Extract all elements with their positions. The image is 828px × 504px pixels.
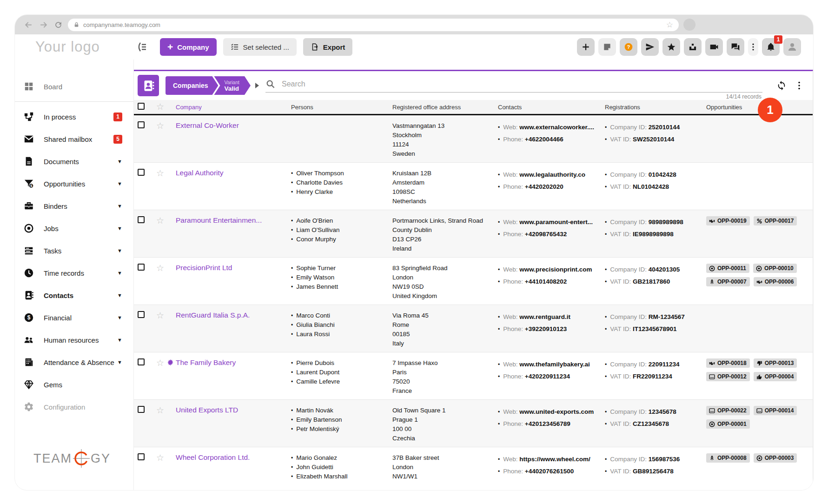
sidebar-item-in-process[interactable]: In process 1: [15, 106, 133, 128]
row-checkbox[interactable]: [138, 311, 145, 318]
add-icon[interactable]: [577, 38, 595, 56]
favorite-star-icon[interactable]: ☆: [156, 453, 164, 463]
column-header-persons[interactable]: Persons: [291, 104, 392, 111]
browser-avatar[interactable]: [683, 19, 696, 31]
column-header-contacts[interactable]: Contacts: [498, 104, 605, 111]
phone-line: •Phone: +4402076261500: [498, 465, 605, 477]
row-checkbox[interactable]: [138, 406, 145, 413]
forward-icon[interactable]: [38, 20, 48, 30]
user-avatar-icon[interactable]: [783, 38, 801, 56]
sidebar-item-human-resources[interactable]: Human resources ▼: [15, 329, 133, 351]
column-header-registrations[interactable]: Registrations: [605, 104, 706, 111]
search-input[interactable]: [281, 80, 762, 89]
note-icon[interactable]: [598, 38, 616, 56]
notifications-bell-icon[interactable]: 1: [762, 38, 780, 56]
publish-icon[interactable]: [684, 38, 702, 56]
company-link[interactable]: The Family Bakery: [176, 358, 240, 367]
opportunity-badge[interactable]: OPP-00001: [706, 419, 750, 429]
company-link[interactable]: RentGuard Italia S.p.A.: [176, 311, 254, 319]
row-checkbox[interactable]: [138, 216, 145, 223]
favorite-star-icon[interactable]: ☆: [156, 216, 164, 225]
target-icon: [709, 421, 715, 427]
sidebar-item-label: Contacts: [44, 292, 73, 299]
chat-icon[interactable]: [727, 38, 744, 56]
sidebar-item-attendance-absence[interactable]: Attendance & Absence ▼: [15, 351, 133, 373]
sidebar-item-financial[interactable]: $ Financial ▼: [15, 306, 133, 329]
set-selected-button[interactable]: Set selected ...: [223, 38, 297, 56]
opportunities-cell: OPP-00018OPP-00013OPP-00012OPP-00004: [706, 358, 813, 396]
address-line: Via Roma 45: [392, 311, 498, 320]
favorites-icon[interactable]: [662, 38, 680, 56]
favorite-star-icon[interactable]: ☆: [156, 405, 164, 415]
company-link[interactable]: PrecisionPrint Ltd: [176, 264, 237, 272]
column-header-company[interactable]: Company: [176, 104, 291, 111]
opportunity-badge[interactable]: OPP-00022: [706, 406, 750, 415]
more-options-icon[interactable]: [792, 79, 806, 93]
opportunity-id: OPP-00006: [765, 279, 794, 285]
sidebar-item-configuration[interactable]: Configuration: [15, 396, 133, 418]
company-link[interactable]: Paramount Entertainmen...: [176, 216, 266, 225]
row-checkbox[interactable]: [138, 453, 145, 460]
opportunity-badge[interactable]: OPP-00019: [706, 216, 750, 225]
company-id-line: •Company ID: 12345678: [605, 406, 706, 418]
opportunity-badge[interactable]: OPP-00007: [706, 277, 750, 286]
refresh-icon[interactable]: [775, 79, 788, 93]
company-link[interactable]: Legal Authority: [176, 169, 228, 177]
row-checkbox[interactable]: [138, 264, 145, 271]
bookmark-star-icon[interactable]: ☆: [666, 20, 673, 30]
video-icon[interactable]: [705, 38, 723, 56]
opportunity-badge[interactable]: OPP-00003: [754, 453, 797, 463]
more-vert-icon[interactable]: [748, 38, 758, 56]
sidebar-item-gems[interactable]: Gems: [15, 373, 133, 396]
export-button[interactable]: Export: [303, 38, 353, 56]
sidebar-item-time-records[interactable]: Time records ▼: [15, 262, 133, 284]
opportunity-id: OPP-00010: [764, 265, 794, 272]
company-link[interactable]: Wheel Corporation Ltd.: [176, 453, 254, 462]
collapse-sidebar-icon[interactable]: [134, 39, 150, 55]
sidebar-item-shared-mailbox[interactable]: Shared mailbox 5: [15, 128, 133, 150]
add-company-button[interactable]: + Company: [160, 38, 217, 56]
sidebar-item-board[interactable]: Board: [15, 75, 133, 98]
phone-line: •Phone: +4622004466: [498, 133, 605, 146]
office-address: Portmarnock Links, Strand RoadCounty Dub…: [392, 216, 498, 253]
opportunity-badge[interactable]: OPP-00011: [706, 264, 749, 273]
sidebar-item-contacts[interactable]: Contacts ▼: [15, 284, 133, 306]
opportunity-badge[interactable]: OPP-00010: [753, 264, 797, 273]
sidebar-item-documents[interactable]: Documents ▼: [15, 150, 133, 172]
breadcrumb-variant[interactable]: Variant Valid: [214, 76, 251, 95]
send-icon[interactable]: [641, 38, 659, 56]
contacts-cell: •Web: www.thefamilybakery.ai •Phone: +42…: [498, 358, 605, 396]
select-all-checkbox[interactable]: [138, 103, 145, 110]
company-link[interactable]: United Exports LTD: [176, 406, 243, 414]
opportunity-badge[interactable]: OPP-00013: [754, 358, 797, 368]
opportunity-badge[interactable]: OPP-00017: [754, 216, 797, 225]
url-bar[interactable]: companyname.teamogy.com ☆: [68, 19, 679, 31]
back-icon[interactable]: [23, 20, 33, 30]
favorite-star-icon[interactable]: ☆: [156, 121, 164, 131]
opportunity-badge[interactable]: OPP-00006: [754, 277, 797, 286]
sidebar-item-binders[interactable]: Binders ▼: [15, 195, 133, 217]
opportunity-badge[interactable]: OPP-00012: [706, 372, 750, 381]
favorite-star-icon[interactable]: ☆: [156, 168, 164, 178]
row-checkbox[interactable]: [138, 169, 145, 176]
opportunity-badge[interactable]: OPP-00018: [706, 358, 750, 368]
favorite-star-icon[interactable]: ☆: [156, 358, 164, 368]
favorite-star-icon[interactable]: ☆: [156, 263, 164, 273]
sidebar-item-jobs[interactable]: Jobs ▼: [15, 217, 133, 239]
opportunity-badge[interactable]: OPP-00008: [706, 453, 750, 463]
help-icon[interactable]: ?: [620, 38, 637, 56]
favorite-star-icon[interactable]: ☆: [156, 311, 164, 320]
sidebar-item-opportunities[interactable]: $ Opportunities ▼: [15, 172, 133, 195]
breadcrumb-module[interactable]: Companies: [166, 76, 218, 95]
row-checkbox[interactable]: [138, 121, 145, 128]
reload-icon[interactable]: [53, 20, 63, 30]
breadcrumb-caret-icon[interactable]: [255, 83, 259, 88]
opportunity-badge[interactable]: OPP-00004: [754, 372, 797, 381]
opportunity-badge[interactable]: OPP-00014: [754, 406, 797, 415]
row-checkbox[interactable]: [138, 358, 145, 365]
phone-line: •Phone: +420123456789: [498, 418, 605, 430]
chevron-down-icon: ▼: [117, 315, 122, 320]
company-link[interactable]: External Co-Worker: [176, 121, 244, 130]
column-header-registered-office-address[interactable]: Registered office address: [392, 104, 498, 111]
sidebar-item-tasks[interactable]: Tasks ▼: [15, 239, 133, 262]
